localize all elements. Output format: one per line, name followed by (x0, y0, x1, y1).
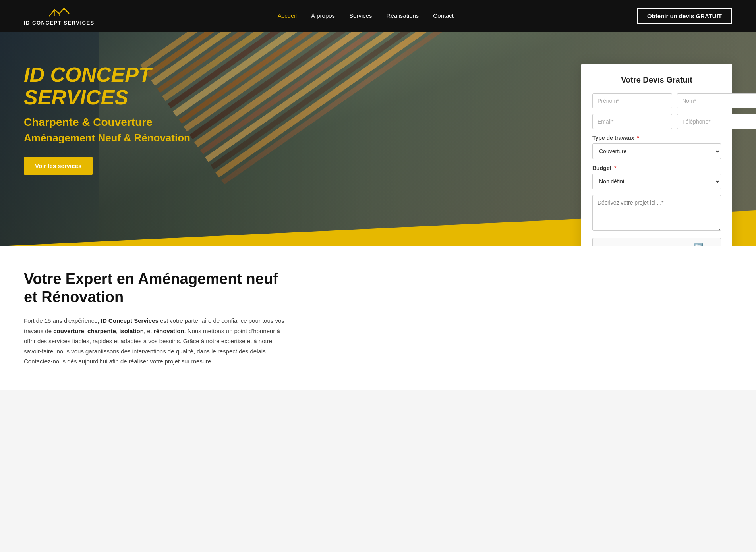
renovation-strong: rénovation (154, 328, 184, 334)
budget-select[interactable]: Non défini < 5 000 € 5 000 - 10 000 € > … (592, 174, 721, 189)
isolation-strong: isolation (119, 328, 144, 334)
hero-section: ID CONCEPT SERVICES Charpente & Couvertu… (0, 32, 756, 246)
hero-sub1: Charpente & Couverture (24, 116, 215, 129)
hero-sub2-end: Rénovation (134, 132, 190, 144)
projet-textarea[interactable] (592, 195, 721, 231)
hero-content: ID CONCEPT SERVICES Charpente & Couvertu… (0, 32, 238, 175)
charpente-strong: charpente (87, 328, 116, 334)
form-budget-group: Budget * Non défini < 5 000 € 5 000 - 10… (592, 165, 721, 189)
nav-apropos-link[interactable]: À propos (311, 12, 335, 19)
nav-contact[interactable]: Contact (433, 12, 454, 19)
nav-accueil[interactable]: Accueil (278, 12, 297, 19)
form-title: Votre Devis Gratuit (592, 75, 721, 85)
hero-title: ID CONCEPT SERVICES (24, 64, 215, 109)
travaux-label: Type de travaux * (592, 135, 721, 141)
recaptcha-icon: 🔄 (694, 243, 704, 246)
hero: ID CONCEPT SERVICES Charpente & Couvertu… (0, 32, 756, 246)
id-concept-strong: ID Concept Services (101, 317, 159, 324)
main-section: Votre Expert en Aménagement neuf et Réno… (0, 246, 756, 390)
travaux-select[interactable]: Couverture Charpente Isolation Rénovatio… (592, 143, 721, 159)
hero-sub1-plain: Charpente (24, 116, 82, 128)
nav-realisations-link[interactable]: Réalisations (387, 12, 419, 19)
main-content: Votre Expert en Aménagement neuf et Réno… (24, 270, 286, 367)
hero-sub1-end: Couverture (93, 116, 152, 128)
logo-icon (47, 6, 71, 19)
devis-form-card: Votre Devis Gratuit Type de travaux * Co… (581, 64, 732, 246)
hero-sub1-accent: & (82, 116, 93, 128)
section-body: Fort de 15 ans d'expérience, ID Concept … (24, 316, 286, 367)
nav-realisations[interactable]: Réalisations (387, 12, 419, 19)
form-name-row (592, 93, 721, 108)
form-contact-row (592, 114, 721, 129)
hero-sub2-plain: Aménagement Neuf (24, 132, 124, 144)
nav-services-link[interactable]: Services (349, 12, 372, 19)
telephone-input[interactable] (677, 114, 756, 129)
hero-sub2: Aménagement Neuf & Rénovation (24, 132, 215, 144)
budget-label: Budget * (592, 165, 721, 171)
nav-apropos[interactable]: À propos (311, 12, 335, 19)
logo-text: ID CONCEPT SERVICES (24, 20, 95, 26)
section-title: Votre Expert en Aménagement neuf et Réno… (24, 270, 286, 306)
nav-services[interactable]: Services (349, 12, 372, 19)
logo[interactable]: ID CONCEPT SERVICES (24, 6, 95, 26)
nom-input[interactable] (677, 93, 756, 108)
prenom-input[interactable] (592, 93, 672, 108)
nav-contact-link[interactable]: Contact (433, 12, 454, 19)
travaux-required-star: * (636, 135, 639, 141)
voir-services-button[interactable]: Voir les services (24, 157, 93, 175)
navbar: ID CONCEPT SERVICES Accueil À propos Ser… (0, 0, 756, 32)
email-input[interactable] (592, 114, 672, 129)
couverture-strong: couverture (53, 328, 84, 334)
form-travaux-group: Type de travaux * Couverture Charpente I… (592, 135, 721, 159)
nav-links: Accueil À propos Services Réalisations C… (278, 12, 454, 19)
form-projet-group (592, 195, 721, 232)
nav-accueil-link[interactable]: Accueil (278, 12, 297, 19)
captcha-box[interactable]: Je ne suis pas un robot 🔄 reCAPTCHAConfi… (592, 238, 721, 246)
hero-sub2-accent: & (124, 132, 134, 144)
captcha-logo: 🔄 reCAPTCHAConfidentialité · Conditions (682, 243, 715, 246)
budget-required-star: * (613, 165, 616, 171)
cta-devis-button[interactable]: Obtenir un devis GRATUIT (637, 8, 732, 24)
